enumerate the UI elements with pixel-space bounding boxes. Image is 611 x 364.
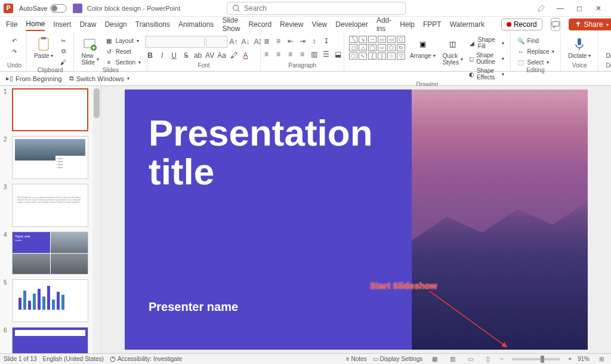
- bold-button[interactable]: B: [145, 50, 156, 61]
- undo-button[interactable]: ↶: [9, 36, 20, 45]
- slide-subtitle[interactable]: Presenter name: [149, 300, 388, 314]
- tab-fppt[interactable]: FPPT: [423, 18, 442, 30]
- select-button[interactable]: ⬚Select▾: [516, 57, 556, 67]
- underline-button[interactable]: U: [169, 50, 180, 61]
- language-status[interactable]: English (United States): [43, 356, 104, 362]
- tab-file[interactable]: File: [6, 18, 17, 30]
- tab-developer[interactable]: Developer: [335, 18, 368, 30]
- font-color-button[interactable]: A: [240, 50, 251, 61]
- copy-button[interactable]: ⧉: [58, 47, 69, 56]
- shape-fill-button[interactable]: ◢Shape Fill▾: [468, 36, 505, 50]
- slide-editor[interactable]: Presentation title Presenter name Start …: [101, 86, 611, 353]
- align-text-button[interactable]: ☰: [321, 49, 332, 60]
- slide-title[interactable]: Presentation title: [149, 113, 388, 191]
- redo-button[interactable]: ↷: [9, 47, 20, 56]
- numbering-button[interactable]: ≡: [273, 36, 284, 47]
- tab-home[interactable]: Home: [26, 18, 45, 31]
- notes-button[interactable]: ≡ Notes: [346, 356, 367, 362]
- thumbnail-2[interactable]: 2 Agenda • Item• Item• Item• Item: [4, 136, 97, 179]
- search-input[interactable]: [244, 4, 400, 13]
- zoom-in-button[interactable]: +: [568, 356, 572, 362]
- thumbnails-scrollbar[interactable]: [92, 86, 101, 353]
- line-spacing-button[interactable]: ↕: [309, 36, 320, 47]
- justify-button[interactable]: ≡: [297, 49, 308, 60]
- tab-design[interactable]: Design: [104, 18, 126, 30]
- text-direction-button[interactable]: ↧: [321, 36, 332, 47]
- designer-button[interactable]: Designer: [603, 36, 611, 60]
- slide-counter[interactable]: Slide 1 of 13: [4, 356, 37, 362]
- paste-button[interactable]: Paste▾: [32, 36, 56, 60]
- reset-button[interactable]: ↺Reset: [104, 47, 142, 56]
- switch-windows-button[interactable]: ⧉ Switch Windows▾: [69, 75, 129, 82]
- normal-view-button[interactable]: ▦: [428, 354, 440, 364]
- columns-button[interactable]: ▥: [309, 49, 320, 60]
- italic-button[interactable]: I: [157, 50, 168, 61]
- display-settings-button[interactable]: ▭ Display Settings: [373, 356, 423, 362]
- save-icon[interactable]: [73, 4, 82, 13]
- new-slide-button[interactable]: New Slide▾: [79, 36, 101, 67]
- thumbnail-3[interactable]: 3 Introduction With PowerPoint, you can …: [4, 184, 97, 227]
- autosave-toggle[interactable]: [50, 4, 67, 13]
- shape-outline-button[interactable]: ◻Shape Outline▾: [468, 51, 505, 66]
- quick-styles-button[interactable]: ◫ Quick Styles▾: [440, 36, 465, 67]
- dictate-button[interactable]: Dictate▾: [566, 36, 593, 60]
- tab-transitions[interactable]: Transitions: [135, 18, 170, 30]
- tab-view[interactable]: View: [311, 18, 327, 30]
- tab-help[interactable]: Help: [400, 18, 415, 30]
- close-button[interactable]: ✕: [590, 1, 607, 16]
- tab-add-ins[interactable]: Add-ins: [377, 14, 391, 35]
- cut-button[interactable]: ✂: [58, 36, 69, 45]
- decrease-font-button[interactable]: A↓: [240, 36, 251, 47]
- slide-canvas[interactable]: Presentation title Presenter name: [125, 90, 588, 350]
- arrange-button[interactable]: ▣ Arrange▾: [408, 36, 438, 60]
- thumbnail-4[interactable]: 4 Topic oneLorem: [4, 232, 97, 274]
- slide-sorter-button[interactable]: ▥: [446, 354, 458, 364]
- slideshow-view-button[interactable]: ▯: [482, 354, 494, 364]
- tab-slide-show[interactable]: Slide Show: [222, 14, 240, 35]
- record-button[interactable]: Record: [501, 18, 542, 30]
- font-size-select[interactable]: [206, 36, 227, 48]
- format-painter-button[interactable]: 🖌: [58, 57, 69, 67]
- minimize-button[interactable]: —: [551, 1, 569, 16]
- replace-button[interactable]: ↔Replace▾: [516, 47, 556, 56]
- accessibility-status[interactable]: Accessibility: Investigate: [110, 356, 182, 362]
- fit-window-button[interactable]: ⊞: [595, 354, 607, 364]
- shape-effects-button[interactable]: ◐Shape Effects▾: [468, 67, 505, 81]
- from-beginning-button[interactable]: ▸▯ From Beginning: [6, 75, 62, 82]
- align-left-button[interactable]: ≡: [261, 49, 272, 60]
- layout-button[interactable]: ▦Layout▾: [104, 36, 142, 45]
- pen-icon[interactable]: [532, 1, 550, 16]
- zoom-level[interactable]: 91%: [578, 356, 590, 362]
- increase-font-button[interactable]: A↑: [229, 36, 239, 47]
- find-button[interactable]: 🔍Find: [516, 36, 556, 45]
- align-right-button[interactable]: ≡: [285, 49, 296, 60]
- reading-view-button[interactable]: ▭: [464, 354, 476, 364]
- smart-art-button[interactable]: ⬓: [333, 49, 344, 60]
- section-button[interactable]: ≡Section▾: [104, 57, 142, 67]
- bullets-button[interactable]: ≣: [261, 36, 272, 47]
- align-center-button[interactable]: ≡: [273, 49, 284, 60]
- search-box[interactable]: [227, 2, 406, 15]
- zoom-out-button[interactable]: −: [500, 356, 504, 362]
- maximize-button[interactable]: ◻: [570, 1, 588, 16]
- increase-indent-button[interactable]: ⇥: [297, 36, 308, 47]
- thumbnail-6[interactable]: 6: [4, 327, 97, 353]
- highlight-button[interactable]: 🖍: [229, 50, 239, 61]
- thumbnail-5[interactable]: 5 Chart: [4, 279, 97, 322]
- share-button[interactable]: Share▾: [569, 18, 611, 30]
- zoom-slider[interactable]: [512, 358, 560, 360]
- decrease-indent-button[interactable]: ⇤: [285, 36, 296, 47]
- change-case-button[interactable]: Aa: [217, 50, 227, 61]
- thumbnail-1[interactable]: 1 Presentation title Presenter name: [4, 88, 97, 131]
- tab-record[interactable]: Record: [248, 18, 271, 30]
- shadow-button[interactable]: ab: [193, 50, 203, 61]
- slide-thumbnails-panel[interactable]: 1 Presentation title Presenter name 2 Ag…: [0, 86, 101, 353]
- strikethrough-button[interactable]: S̶: [181, 50, 192, 61]
- tab-animations[interactable]: Animations: [178, 18, 214, 30]
- char-spacing-button[interactable]: AV: [205, 50, 215, 61]
- tab-review[interactable]: Review: [280, 18, 303, 30]
- tab-insert[interactable]: Insert: [53, 18, 71, 30]
- tab-draw[interactable]: Draw: [79, 18, 96, 30]
- font-family-select[interactable]: [145, 36, 205, 48]
- tab-watermark[interactable]: Watermark: [450, 18, 485, 30]
